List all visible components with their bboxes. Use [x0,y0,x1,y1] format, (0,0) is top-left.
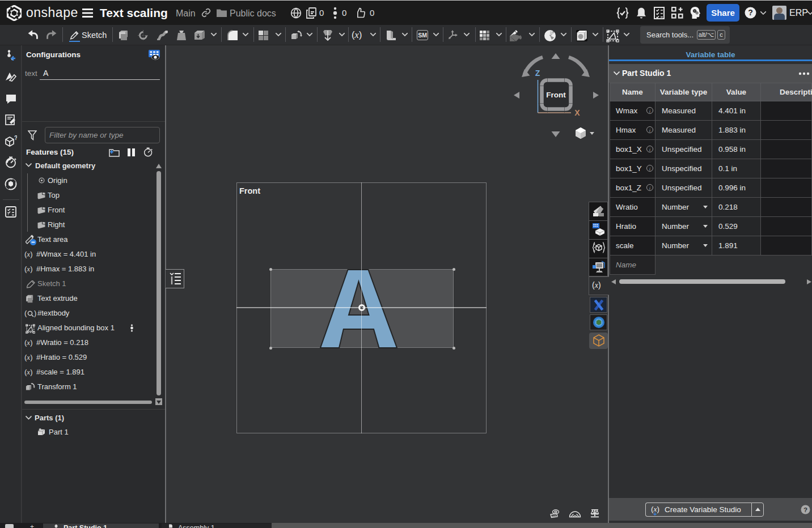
svg-text:X: X [574,108,580,117]
svg-text:Z: Z [535,69,540,78]
svg-text:?: ? [748,8,753,17]
svg-text:Front: Front [546,91,566,99]
svg-text:?: ? [14,135,17,141]
svg-text:?: ? [803,506,807,513]
